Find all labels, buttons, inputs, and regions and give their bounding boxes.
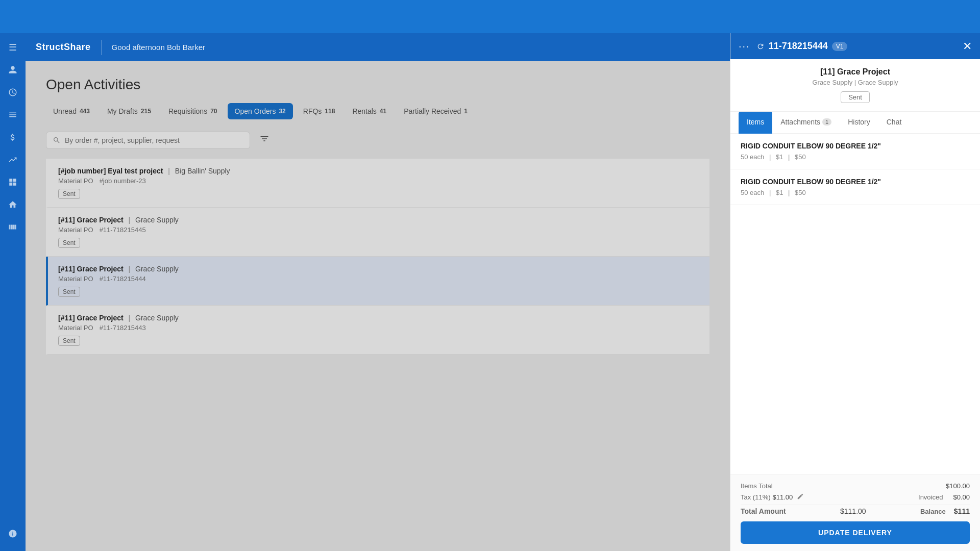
panel-order-id: 11-718215444 V1 xyxy=(756,41,848,52)
list-icon[interactable] xyxy=(4,106,22,124)
search-bar xyxy=(46,130,709,151)
tab-rentals-label: Rentals xyxy=(352,107,376,115)
panel-tabs: Items Attachments 1 History Chat xyxy=(730,112,980,134)
order-status-3: Sent xyxy=(58,287,80,297)
panel-version: V1 xyxy=(832,42,848,51)
tabs-bar: Unread 443 My Drafts 215 Requisitions 70… xyxy=(46,103,709,119)
tab-unread[interactable]: Unread 443 xyxy=(46,103,97,119)
panel-close-button[interactable]: ✕ xyxy=(963,41,972,52)
panel-item-1-total: $50 xyxy=(795,153,806,161)
panel-tab-attachments-badge: 1 xyxy=(822,118,831,126)
panel-tab-chat[interactable]: Chat xyxy=(878,112,910,134)
order-item-selected[interactable]: [#11] Grace Project | Grace Supply Mater… xyxy=(46,257,709,306)
tab-my-drafts-label: My Drafts xyxy=(107,107,138,115)
panel-header-left: ··· 11-718215444 V1 xyxy=(739,40,847,52)
update-delivery-button[interactable]: UPDATE DELIVERY xyxy=(741,521,970,544)
search-input-wrap xyxy=(46,132,250,149)
tab-open-orders[interactable]: Open Orders 32 xyxy=(228,103,293,119)
order-status-4: Sent xyxy=(58,336,80,346)
tab-requisitions[interactable]: Requisitions 70 xyxy=(161,103,225,119)
order-meta-1: Material PO #job number-23 xyxy=(58,177,699,185)
order-title-2: [#11] Grace Project | Grace Supply xyxy=(58,216,699,224)
tab-rfqs-label: RFQs xyxy=(303,107,322,115)
panel-item-1-sep2: | xyxy=(788,153,790,161)
sidebar: ☰ xyxy=(0,33,26,551)
barcode-icon[interactable] xyxy=(4,218,22,236)
grid-icon[interactable] xyxy=(4,173,22,191)
tab-requisitions-label: Requisitions xyxy=(168,107,207,115)
logo: StructShare xyxy=(36,42,91,53)
panel-item-1-name: RIGID CONDUIT ELBOW 90 DEGREE 1/2" xyxy=(741,142,970,150)
items-total-label: Items Total xyxy=(741,482,773,490)
panel-tab-items[interactable]: Items xyxy=(739,112,772,134)
panel-item-2-sep2: | xyxy=(788,189,790,196)
tax-label: Tax (11%) xyxy=(741,493,771,501)
panel-project-info: [11] Grace Project Grace Supply | Grace … xyxy=(730,59,980,112)
home-icon[interactable] xyxy=(4,195,22,214)
order-title-3: [#11] Grace Project | Grace Supply xyxy=(58,265,699,273)
dollar-icon[interactable] xyxy=(4,128,22,146)
person-icon[interactable] xyxy=(4,61,22,79)
order-item[interactable]: [#11] Grace Project | Grace Supply Mater… xyxy=(46,306,709,355)
order-title-4: [#11] Grace Project | Grace Supply xyxy=(58,314,699,322)
chart-icon[interactable] xyxy=(4,151,22,169)
tab-rfqs-badge: 118 xyxy=(325,108,335,115)
panel-item-1-qty: 50 each xyxy=(741,153,764,161)
invoiced-label: Invoiced xyxy=(918,493,943,501)
header-divider xyxy=(101,40,102,55)
tab-rentals[interactable]: Rentals 41 xyxy=(345,103,394,119)
panel-tab-attachments-label: Attachments xyxy=(780,118,820,126)
tab-unread-badge: 443 xyxy=(80,108,90,115)
page-content: Open Activities Unread 443 My Drafts 215… xyxy=(26,61,730,551)
panel-item-1-meta: 50 each | $1 | $50 xyxy=(741,153,970,161)
search-input[interactable] xyxy=(65,136,243,144)
panel-project-sub: Grace Supply | Grace Supply xyxy=(739,79,972,86)
order-title-1: [#job number] Eyal test project | Big Ba… xyxy=(58,167,699,175)
panel-more-options[interactable]: ··· xyxy=(739,40,750,52)
panel-tab-history[interactable]: History xyxy=(840,112,878,134)
panel-item-1-sep1: | xyxy=(769,153,771,161)
order-item[interactable]: [#job number] Eyal test project | Big Ba… xyxy=(46,159,709,208)
panel-tab-history-label: History xyxy=(848,118,870,126)
tab-rentals-badge: 41 xyxy=(380,108,386,115)
tax-edit-icon[interactable] xyxy=(797,493,804,502)
total-amount-value: $111.00 xyxy=(840,507,866,515)
filter-icon[interactable] xyxy=(255,130,274,151)
panel-status-badge: Sent xyxy=(841,91,870,103)
invoiced-section: Invoiced $0.00 xyxy=(918,493,970,501)
menu-icon[interactable]: ☰ xyxy=(4,38,22,57)
order-status-2: Sent xyxy=(58,238,80,248)
order-meta-3: Material PO #11-718215444 xyxy=(58,275,699,283)
refresh-icon xyxy=(756,42,765,51)
tab-open-orders-badge: 32 xyxy=(279,108,285,115)
panel-item-2-meta: 50 each | $1 | $50 xyxy=(741,189,970,196)
tab-my-drafts-badge: 215 xyxy=(141,108,151,115)
balance-label: Balance xyxy=(920,508,946,515)
search-icon xyxy=(53,136,61,144)
greeting: Good afternoon Bob Barker xyxy=(112,43,205,52)
tab-unread-label: Unread xyxy=(53,107,77,115)
panel-item-2-qty: 50 each xyxy=(741,189,764,196)
tab-partially-received[interactable]: Partially Received 1 xyxy=(397,103,475,119)
right-panel: ··· 11-718215444 V1 ✕ [11] Grace Project… xyxy=(730,33,980,551)
panel-tab-attachments[interactable]: Attachments 1 xyxy=(772,112,840,134)
order-status-1: Sent xyxy=(58,189,80,199)
info-icon[interactable] xyxy=(4,524,22,543)
content-header: StructShare Good afternoon Bob Barker xyxy=(26,33,730,61)
invoiced-value: $0.00 xyxy=(953,493,970,501)
total-amount-label: Total Amount xyxy=(741,507,786,515)
clock-icon[interactable] xyxy=(4,83,22,102)
tab-rfqs[interactable]: RFQs 118 xyxy=(296,103,342,119)
footer-total-row: Total Amount $111.00 Balance $111 xyxy=(741,505,970,515)
tab-my-drafts[interactable]: My Drafts 215 xyxy=(100,103,158,119)
panel-item-2-total: $50 xyxy=(795,189,806,196)
footer-items-total-row: Items Total $100.00 xyxy=(741,482,970,490)
tab-open-orders-label: Open Orders xyxy=(235,107,276,115)
page-title: Open Activities xyxy=(46,77,709,93)
panel-footer: Items Total $100.00 Tax (11%) $11.00 Inv… xyxy=(730,474,980,551)
panel-item-1: RIGID CONDUIT ELBOW 90 DEGREE 1/2" 50 ea… xyxy=(730,134,980,169)
tab-requisitions-badge: 70 xyxy=(210,108,217,115)
panel-order-number: 11-718215444 xyxy=(769,41,828,52)
order-item[interactable]: [#11] Grace Project | Grace Supply Mater… xyxy=(46,208,709,257)
footer-tax-row: Tax (11%) $11.00 Invoiced $0.00 xyxy=(741,493,970,502)
